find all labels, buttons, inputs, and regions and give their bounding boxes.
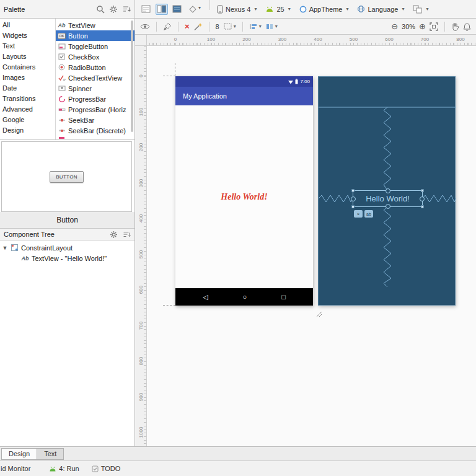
selection-dash bbox=[163, 76, 175, 76]
spinner-icon bbox=[58, 84, 66, 92]
palette-category-all[interactable]: All bbox=[0, 20, 55, 30]
tree-item-constraintlayout[interactable]: ▼ ConstraintLayout bbox=[0, 242, 134, 253]
component-tree-header: Component Tree bbox=[0, 228, 134, 240]
palette-item-textview[interactable]: Ab TextView bbox=[56, 20, 134, 30]
component-tree-title: Component Tree bbox=[4, 231, 55, 238]
palette-item-radiobutton[interactable]: RadioButton bbox=[56, 62, 134, 73]
constraint-anchor[interactable] bbox=[420, 196, 425, 201]
tab-design[interactable]: Design bbox=[1, 448, 37, 460]
gear-icon[interactable] bbox=[110, 231, 118, 239]
tree-item-textview[interactable]: Ab TextView - "Hello World!" bbox=[0, 253, 134, 263]
palette-item-partial[interactable] bbox=[56, 136, 134, 139]
collapse-arrow-icon[interactable]: ▼ bbox=[2, 245, 8, 251]
zoom-in-button[interactable]: ⊕ bbox=[419, 22, 426, 31]
autoconnect-off-icon[interactable]: × bbox=[185, 22, 190, 31]
palette-category-design[interactable]: Design bbox=[0, 125, 55, 136]
palette-item-checkedtextview[interactable]: CheckedTextView bbox=[56, 73, 134, 83]
palette-category-advanced[interactable]: Advanced bbox=[0, 104, 55, 115]
palette-category-widgets[interactable]: Widgets bbox=[0, 30, 55, 41]
blueprint-mode-button[interactable] bbox=[171, 4, 183, 15]
constraint-anchor[interactable] bbox=[351, 196, 356, 201]
clear-constraints-brush-icon[interactable] bbox=[163, 22, 172, 31]
mock-content-area: Hello World! bbox=[175, 105, 313, 288]
checkedtextview-icon bbox=[58, 74, 66, 82]
palette-item-button[interactable]: OK Button bbox=[56, 30, 134, 41]
tree-item-label: ConstraintLayout bbox=[21, 244, 73, 252]
run-toolwindow[interactable]: 4: Run bbox=[49, 465, 79, 472]
palette-category-transitions[interactable]: Transitions bbox=[0, 94, 55, 104]
sort-options-icon[interactable] bbox=[122, 5, 131, 13]
palette-item-label: RadioButton bbox=[68, 64, 106, 71]
zoom-fit-icon[interactable] bbox=[430, 22, 438, 31]
editor-mode-group: ▾ bbox=[135, 0, 207, 18]
pan-hand-icon[interactable] bbox=[451, 22, 459, 31]
blueprint-surface[interactable]: Hello World! × ab bbox=[318, 76, 456, 306]
palette-category-list: All Widgets Text Layouts Containers Imag… bbox=[0, 19, 56, 139]
api-level-selector[interactable]: 25 ▾ bbox=[261, 0, 294, 18]
search-icon[interactable] bbox=[96, 5, 105, 14]
palette-item-label: CheckBox bbox=[68, 53, 99, 61]
palette-item-label: ProgressBar (Horiz bbox=[68, 106, 126, 113]
design-blueprint-mode-button[interactable] bbox=[156, 4, 168, 15]
palette-category-google[interactable]: Google bbox=[0, 115, 55, 125]
tab-text[interactable]: Text bbox=[37, 448, 64, 460]
ruler-mark: 400 bbox=[138, 211, 144, 226]
palette-item-togglebutton[interactable]: ToggleButton bbox=[56, 41, 134, 51]
palette-item-progressbar[interactable]: ProgressBar bbox=[56, 94, 134, 104]
palette-category-text[interactable]: Text bbox=[0, 41, 55, 51]
todo-toolwindow[interactable]: TODO bbox=[92, 465, 121, 472]
design-canvas[interactable]: 7:00 My Application Hello World! ◁ ○ □ bbox=[147, 46, 476, 446]
default-margin-value[interactable]: 8 bbox=[216, 23, 219, 30]
palette-item-seekbar-discrete[interactable]: SeekBar (Discrete) bbox=[56, 125, 134, 136]
design-mode-button[interactable] bbox=[140, 4, 152, 15]
orientation-button[interactable]: ▾ bbox=[187, 4, 202, 15]
infer-constraints-wand-icon[interactable] bbox=[193, 22, 203, 31]
hello-world-textview[interactable]: Hello World! bbox=[221, 192, 267, 202]
mock-status-bar: 7:00 bbox=[175, 76, 313, 87]
palette-category-date[interactable]: Date bbox=[0, 83, 55, 94]
resize-corner-handle[interactable] bbox=[421, 205, 424, 208]
palette-item-checkbox[interactable]: CheckBox bbox=[56, 51, 134, 62]
constraint-anchor[interactable] bbox=[386, 188, 390, 193]
gear-icon[interactable] bbox=[109, 5, 118, 14]
device-selector[interactable]: Nexus 4 ▾ bbox=[213, 0, 261, 18]
canvas-resize-handle[interactable] bbox=[315, 310, 322, 317]
palette-item-label: ProgressBar bbox=[68, 95, 106, 103]
resize-corner-handle[interactable] bbox=[421, 189, 424, 192]
zoom-out-button[interactable]: ⊖ bbox=[391, 22, 398, 31]
show-constraints-eye-icon[interactable] bbox=[140, 23, 150, 30]
language-label: Language bbox=[368, 6, 398, 13]
resize-corner-handle[interactable] bbox=[351, 205, 355, 208]
default-margin-icon[interactable]: ▾ bbox=[223, 22, 236, 30]
theme-selector[interactable]: AppTheme ▾ bbox=[295, 0, 353, 18]
android-monitor-toolwindow[interactable]: id Monitor bbox=[1, 465, 30, 472]
palette-item-progressbar-horizontal[interactable]: ProgressBar (Horiz bbox=[56, 104, 134, 115]
android-studio-layout-editor: Palette ▾ Nexus 4 ▾ 25 ▾ AppTheme ▾ bbox=[0, 0, 476, 476]
palette-category-images[interactable]: Images bbox=[0, 73, 55, 83]
ruler-mark: 600 bbox=[138, 283, 144, 298]
layout-variant-selector[interactable]: ▾ bbox=[408, 0, 433, 18]
android-icon bbox=[265, 6, 274, 13]
design-surface[interactable]: 7:00 My Application Hello World! ◁ ○ □ bbox=[175, 76, 313, 306]
pack-align-icon[interactable]: ▾ bbox=[249, 23, 262, 30]
constraint-anchor[interactable] bbox=[386, 204, 390, 209]
palette-item-spinner[interactable]: Spinner bbox=[56, 83, 134, 94]
constraintlayout-icon bbox=[11, 244, 19, 252]
app-title: My Application bbox=[183, 92, 227, 100]
palette-category-layouts[interactable]: Layouts bbox=[0, 51, 55, 62]
sort-options-icon[interactable] bbox=[123, 231, 131, 238]
blueprint-textview[interactable]: Hello World! bbox=[353, 190, 423, 207]
size-mode-chip[interactable]: × bbox=[354, 210, 363, 218]
notifications-bell-icon[interactable] bbox=[463, 22, 471, 31]
palette-category-containers[interactable]: Containers bbox=[0, 62, 55, 73]
palette-scrollbar[interactable] bbox=[131, 20, 133, 132]
palette-item-seekbar[interactable]: SeekBar bbox=[56, 115, 134, 125]
design-toolbar: × 8 ▾ ▾ ▾ ⊖ 30% ⊕ bbox=[135, 19, 476, 35]
resize-corner-handle[interactable] bbox=[351, 189, 355, 192]
ruler-mark: 300 bbox=[276, 37, 289, 42]
guidelines-icon[interactable]: ▾ bbox=[265, 23, 278, 30]
main-toolbar: Palette ▾ Nexus 4 ▾ 25 ▾ AppTheme ▾ bbox=[0, 0, 476, 19]
baseline-chip[interactable]: ab bbox=[364, 210, 373, 218]
language-selector[interactable]: Language ▾ bbox=[353, 0, 408, 18]
todo-icon bbox=[92, 465, 99, 472]
